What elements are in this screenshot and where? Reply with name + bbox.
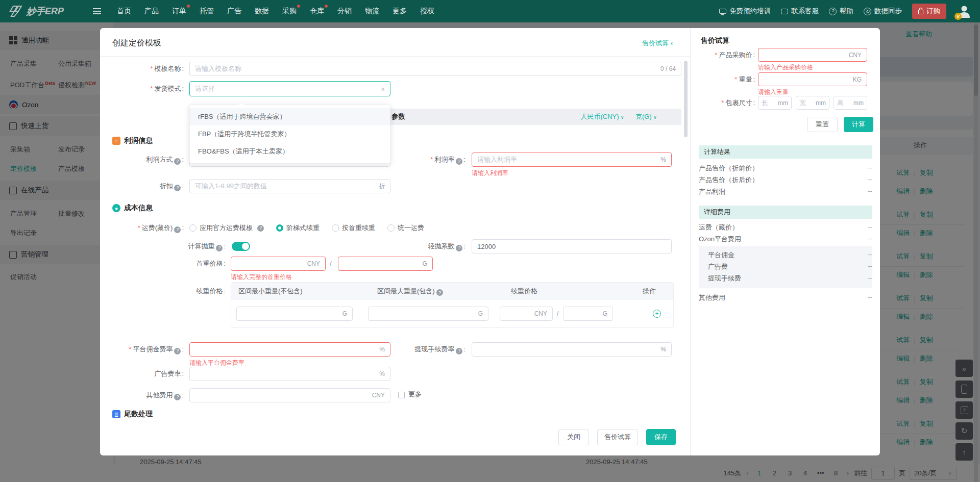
nav-distribution[interactable]: 分销 [337, 7, 352, 16]
detail-sub-row: 平台佣金-- [699, 250, 872, 262]
other-fee-input[interactable]: CNY [189, 388, 390, 402]
tail-section-icon: ≣ [112, 410, 120, 418]
profit-rate-input[interactable]: 请输入利润率 % [472, 153, 672, 167]
renewal-price-input[interactable]: CNY [500, 307, 553, 321]
detail-row: 运费（藏价）-- [699, 223, 872, 234]
add-row-icon[interactable]: + [653, 310, 661, 318]
height-input[interactable]: 高mm [834, 96, 867, 110]
template-name-label: 模板名称 [100, 62, 184, 76]
renewal-table-header: 区间最小重量(不包含) 区间最大重量(包含)? 续重价格 操作 [231, 283, 673, 300]
training-icon [719, 9, 726, 14]
notification-dot [297, 5, 300, 8]
min-weight-input[interactable]: G [236, 307, 353, 321]
param-banner-title: 参数 [391, 109, 405, 125]
detail-sub-row: 广告费-- [699, 262, 872, 273]
length-input[interactable]: 长mm [758, 96, 792, 110]
other-fee-label: 其他费用? [100, 388, 184, 402]
option-rfbs[interactable]: rFBS（适用于跨境自营卖家） [190, 108, 390, 125]
footer-divider [100, 421, 690, 421]
section-cost-info: ● 成本信息 [112, 204, 153, 213]
result-row: 产品售价（折前价）-- [699, 164, 872, 175]
chevron-down-icon: ∨ [653, 114, 657, 120]
nav-orders[interactable]: 订单 [172, 7, 186, 16]
price-trial-button[interactable]: 售价试算 [597, 429, 638, 445]
nav-home[interactable]: 首页 [117, 7, 131, 16]
detail-fee-header: 详细费用 [699, 206, 872, 219]
radio-tiered-weight[interactable]: 阶梯式续重 [276, 223, 320, 233]
weight-input[interactable]: KG [758, 72, 867, 86]
purchase-price-input[interactable]: CNY [758, 48, 867, 62]
question-icon: ? [216, 245, 223, 251]
nav-authorization[interactable]: 授权 [420, 7, 434, 16]
first-weight-price-input[interactable]: CNY [231, 257, 326, 271]
result-row: 产品利润-- [699, 187, 872, 198]
contact-support-link[interactable]: 联系客服 [781, 7, 819, 16]
weight-unit-select[interactable]: 克(G)∨ [635, 112, 657, 121]
nav-ads[interactable]: 广告 [227, 7, 241, 16]
char-counter: 0 / 64 [657, 65, 676, 72]
modal-scrollbar-thumb[interactable] [684, 61, 688, 137]
question-icon: ? [174, 348, 181, 354]
radio-icon [189, 224, 197, 232]
commission-rate-input[interactable]: % [189, 342, 390, 357]
modal-header: 创建定价模板 售价试算 ‹ [100, 28, 690, 57]
nav-purchase[interactable]: 采购 [282, 7, 297, 16]
data-sync-link[interactable]: ↻数据同步 [864, 7, 902, 16]
free-training-link[interactable]: 免费预约培训 [719, 7, 771, 16]
purchase-price-label: 产品采购价 [691, 48, 755, 62]
throw-weight-toggle[interactable] [232, 242, 250, 251]
question-icon: ? [174, 394, 181, 400]
nav-more[interactable]: 更多 [393, 7, 407, 16]
nav-hosting[interactable]: 托管 [200, 7, 214, 16]
help-link[interactable]: ?帮助 [829, 7, 853, 16]
calculate-button[interactable]: 计算 [844, 117, 873, 132]
ship-mode-select[interactable]: 请选择 ∧ [189, 81, 390, 96]
commission-rate-error: 请输入平台佣金费率 [189, 359, 244, 367]
nav-data[interactable]: 数据 [255, 7, 269, 16]
close-button[interactable]: 关闭 [558, 429, 589, 445]
detail-sub-row: 提现手续费-- [699, 274, 872, 285]
top-navbar: 妙手ERP 首页 产品 订单 托管 广告 数据 采购 仓库 分销 物流 更多 授… [0, 0, 980, 22]
more-checkbox-label[interactable]: 更多 [408, 390, 422, 399]
radio-selected-icon [276, 224, 283, 232]
discount-input[interactable]: 可输入1-9.99之间的数值 折 [189, 179, 390, 193]
question-icon: ? [456, 245, 462, 251]
profit-rate-error: 请输入利润率 [472, 169, 508, 177]
currency-select[interactable]: 人民币(CNY)∨ [580, 112, 624, 121]
ship-mode-label: 发货模式 [100, 82, 184, 96]
nav-logistics[interactable]: 物流 [365, 7, 379, 16]
renewal-price-table: 区间最小重量(不包含) 区间最大重量(包含)? 续重价格 操作 G G CNY … [231, 282, 674, 328]
radio-icon [387, 224, 395, 232]
light-factor-label: 轻抛系数? [382, 239, 465, 253]
renewal-weight-input[interactable]: G [563, 307, 613, 321]
question-icon: ? [456, 348, 462, 354]
app-logo[interactable]: 妙手ERP [9, 5, 86, 18]
menu-toggle-icon[interactable] [93, 11, 101, 12]
collapse-calc-panel-link[interactable]: 售价试算 ‹ [642, 39, 673, 48]
reset-button[interactable]: 重置 [807, 117, 838, 132]
ad-rate-input[interactable]: % [189, 367, 390, 381]
radio-first-weight[interactable]: 按首重续重 [332, 223, 375, 233]
nav-warehouse[interactable]: 仓库 [310, 7, 324, 16]
save-button[interactable]: 保存 [646, 429, 676, 445]
renewal-price-label: 续重价格 [100, 284, 226, 298]
logo-diamond-icon [9, 5, 22, 18]
max-weight-input[interactable]: G [368, 307, 488, 321]
option-fbp[interactable]: FBP（适用于跨境半托管卖家） [190, 125, 390, 143]
user-avatar[interactable]: V [957, 4, 972, 19]
subscribe-button[interactable]: 订购 [912, 4, 946, 19]
light-factor-input[interactable]: 12000 [472, 239, 672, 253]
first-weight-input[interactable]: G [338, 257, 433, 271]
template-name-input[interactable]: 请输入模板名称 0 / 64 [189, 62, 681, 76]
option-fbo-fbs[interactable]: FBO&FBS（适用于本土卖家） [190, 143, 390, 160]
radio-official-template[interactable]: 应用官方运费模板? [189, 223, 264, 233]
commission-rate-label: 平台佣金费率? [100, 342, 184, 357]
width-input[interactable]: 宽mm [796, 96, 829, 110]
freight-label: 运费(藏价)? [100, 221, 184, 235]
withdraw-fee-input[interactable]: % [472, 342, 672, 357]
radio-unified-freight[interactable]: 统一运费 [387, 223, 424, 233]
modal-title: 创建定价模板 [112, 38, 161, 48]
nav-products[interactable]: 产品 [144, 7, 159, 16]
separator: / [557, 307, 559, 321]
more-checkbox[interactable] [398, 392, 405, 398]
